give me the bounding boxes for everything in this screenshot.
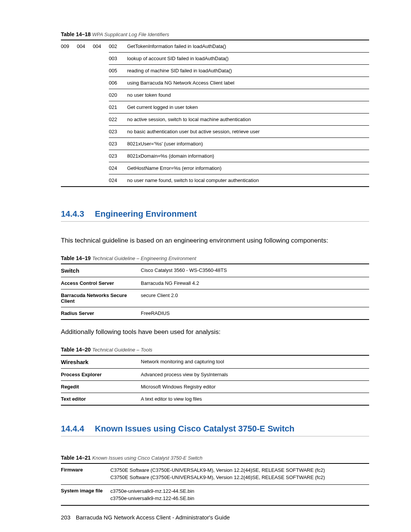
tbl18-message: Get current logged in user token [125,101,369,113]
table-row: 023no basic authentication user but acti… [109,125,369,137]
tbl18-message: no active session, switch to local machi… [125,113,369,125]
table-caption-number: Table 14–18 [61,31,91,37]
heading-title: Engineering Environment [95,209,197,219]
tbl18-message: using Barracuda NG Network Access Client… [125,77,369,89]
tbl18-message: no basic authentication user but active … [125,126,369,137]
table-row: 0238021xUser='%s' (user information) [109,137,369,150]
table-key: Wireshark [61,359,141,365]
table-row: Radius ServerFreeRADIUS [61,307,369,319]
table-key: Regedit [61,384,141,390]
heading-14-4-3: 14.4.3 Engineering Environment [61,209,369,222]
tbl18-code: 003 [109,53,125,64]
tbl18-code: 005 [109,65,125,77]
section1-intro: This technical guideline is based on an … [61,237,369,244]
tbl18-message: no user token found [125,89,369,101]
table-key: Process Explorer [61,372,141,377]
tbl18-code: 022 [109,113,125,125]
tbl18-code: 023 [109,150,125,162]
tbl18-code: 024 [109,162,125,174]
table-key: Barracuda Networks Secure Client [61,292,141,304]
table-key: Text editor [61,396,141,402]
table-row: 0238021xDomain=%s (domain information) [109,150,369,162]
table-14-19-caption: Table 14–19 Technical Guideline – Engine… [61,255,369,261]
table-14-18: 009 004 004 002GetTokenInformation faile… [61,40,369,187]
table-row: 022no active session, switch to local ma… [109,113,369,125]
tbl18-message: reading of machine SID failed in loadAut… [125,65,369,77]
table-value: c3750e-universalk9-mz.122-44.SE.binc3750… [110,488,194,502]
tbl18-message: 8021xUser='%s' (user information) [125,138,369,150]
table-caption-number: Table 14–20 [61,347,91,353]
table-14-18-caption: Table 14–18 WPA Supplicant Log File Iden… [61,31,369,37]
footer-title: Barracuda NG Network Access Client - Adm… [76,514,230,521]
table-row: RegeditMicrosoft Windows Registry editor [61,381,369,393]
table-key: Radius Server [61,310,141,316]
table-caption-title: Known Issues using Cisco Catalyst 3750-E… [92,455,202,461]
tbl18-message: 8021xDomain=%s (domain information) [125,150,369,162]
table-row: Text editorA text editor to view log fil… [61,393,369,405]
table-row: 003lookup of account SID failed in loadA… [109,52,369,64]
table-caption-title: Technical Guideline – Engineering Enviro… [92,256,196,261]
heading-number: 14.4.4 [61,424,84,433]
tbl18-message: no user name found, switch to local comp… [125,174,369,186]
table-value: secure Client 2.0 [141,292,178,304]
table-value: Advanced process view by SysInternals [141,372,228,377]
page-number: 203 [61,514,70,521]
table-value: A text editor to view log files [141,396,202,402]
tbl18-message: lookup of account SID failed in loadAuth… [125,53,369,64]
table-row: 006using Barracuda NG Network Access Cli… [109,77,369,89]
heading-title: Known Issues using Cisco Catalyst 3750-E… [95,424,295,433]
table-caption-number: Table 14–19 [61,255,91,261]
tbl18-message: GetTokenInformation failed in loadAuthDa… [125,40,369,52]
table-14-21-caption: Table 14–21 Known Issues using Cisco Cat… [61,455,369,461]
table-value: Cisco Catalyst 3560 - WS-C3560-48TS [141,267,227,274]
table-row: SwitchCisco Catalyst 3560 - WS-C3560-48T… [61,264,369,277]
table-value: Barracuda NG Firewall 4.2 [141,280,199,286]
tbl18-code: 024 [109,174,125,186]
table-row: Access Control ServerBarracuda NG Firewa… [61,277,369,289]
tbl18-code: 021 [109,101,125,113]
table-value: C3750E Software (C3750E-UNIVERSALK9-M), … [110,467,325,481]
table-row: 021Get current logged in user token [109,101,369,113]
table-caption-number: Table 14–21 [61,455,91,461]
tbl18-code: 020 [109,89,125,101]
table-row: Barracuda Networks Secure Clientsecure C… [61,289,369,307]
table-row: FirmwareC3750E Software (C3750E-UNIVERSA… [61,464,369,485]
tbl18-code: 006 [109,77,125,89]
table-key: Switch [61,267,141,274]
document-page: Table 14–18 WPA Supplicant Log File Iden… [0,0,411,532]
table-caption-title: Technical Guideline – Tools [92,347,152,353]
table-key: System image file [61,488,110,502]
table-key: Access Control Server [61,280,141,286]
table-value: Microsoft Windows Registry editor [141,384,216,390]
tbl18-code: 023 [109,138,125,150]
table-row: Process ExplorerAdvanced process view by… [61,369,369,381]
tbl18-code: 023 [109,126,125,137]
table-caption-title: WPA Supplicant Log File Identifiers [92,32,169,37]
tbl18-col3: 004 [93,40,109,52]
tbl18-message: GetHostName Error=%s (error information) [125,162,369,174]
tbl18-col2: 004 [77,40,93,52]
table-row: 024no user name found, switch to local c… [109,174,369,186]
table-row: 024GetHostName Error=%s (error informati… [109,162,369,174]
table-row: 020no user token found [109,89,369,101]
table-row: 005reading of machine SID failed in load… [109,64,369,77]
table-row: System image filec3750e-universalk9-mz.1… [61,485,369,505]
table-row: WiresharkNetwork monitoring and capturin… [61,356,369,369]
table-14-20: WiresharkNetwork monitoring and capturin… [61,355,369,406]
table-14-19: SwitchCisco Catalyst 3560 - WS-C3560-48T… [61,264,369,320]
table-14-21: FirmwareC3750E Software (C3750E-UNIVERSA… [61,463,369,506]
table-row: 002GetTokenInformation failed in loadAut… [109,40,369,52]
heading-14-4-4: 14.4.4 Known Issues using Cisco Catalyst… [61,424,369,436]
page-footer: 203 Barracuda NG Network Access Client -… [61,514,230,521]
table-key: Firmware [61,467,110,481]
table-value: FreeRADIUS [141,310,170,316]
tools-intro: Additionally following tools have been u… [61,328,369,336]
table-14-20-caption: Table 14–20 Technical Guideline – Tools [61,347,369,353]
heading-number: 14.4.3 [61,209,84,219]
tbl18-code: 002 [109,40,125,52]
table-value: Network monitoring and capturing tool [141,359,224,365]
tbl18-col1: 009 [61,40,77,52]
